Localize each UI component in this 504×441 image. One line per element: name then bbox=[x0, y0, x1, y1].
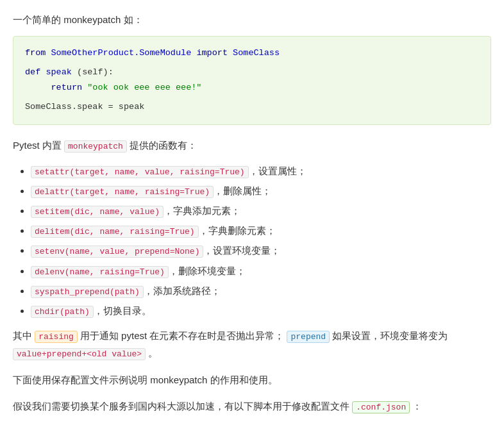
keyword-def: def bbox=[25, 67, 40, 77]
pytest-intro: Pytest 内置 monkeypatch 提供的函数有： bbox=[13, 137, 491, 154]
code-line-1: from SomeOtherProduct.SomeModule import … bbox=[25, 46, 479, 61]
raising-tag: raising bbox=[35, 331, 78, 343]
code-line-3: return "ook ook eee eee eee!" bbox=[25, 80, 479, 96]
list-item: setitem(dic, name, value)，字典添加元素； bbox=[31, 203, 491, 219]
function-name: speak bbox=[46, 67, 72, 77]
pytest-subtitle-text: 提供的函数有： bbox=[130, 140, 197, 151]
section-heading: 一个简单的 monkeypatch 如： bbox=[13, 12, 491, 28]
prepend-tag: prepend bbox=[287, 331, 330, 343]
module-name: SomeOtherProduct.SomeModule bbox=[51, 48, 192, 58]
list-item: setattr(target, name, value, raising=Tru… bbox=[31, 163, 491, 179]
list-item: syspath_prepend(path)，添加系统路径； bbox=[31, 283, 491, 299]
functions-list: setattr(target, name, value, raising=Tru… bbox=[31, 163, 491, 319]
list-item: delattr(target, name, raising=True)，删除属性… bbox=[31, 183, 491, 199]
raising-para: 其中 raising 用于通知 pytest 在元素不存在时是否抛出异常； pr… bbox=[13, 327, 491, 362]
list-item: delitem(dic, name, raising=True)，字典删除元素； bbox=[31, 222, 491, 239]
value-formula: value+prepend+<old value> bbox=[13, 348, 146, 360]
conf-json-tag: .conf.json bbox=[352, 401, 410, 413]
code-line-2: def speak (self): bbox=[25, 65, 479, 80]
keyword-return: return bbox=[51, 83, 83, 92]
scenario-desc: 假设我们需要切换某个服务到国内科大源以加速，有以下脚本用于修改配置文件 .con… bbox=[13, 397, 491, 415]
keyword-import: import bbox=[196, 48, 228, 58]
code-block: from SomeOtherProduct.SomeModule import … bbox=[13, 36, 491, 125]
example-intro: 下面使用保存配置文件示例说明 monkeypatch 的作用和使用。 bbox=[13, 371, 491, 388]
keyword-from: from bbox=[25, 48, 46, 58]
string-value: "ook ook eee eee eee!" bbox=[87, 83, 201, 92]
pytest-title-text: Pytest 内置 bbox=[13, 140, 62, 151]
monkeypatch-badge: monkeypatch bbox=[64, 140, 127, 153]
function-args: (self): bbox=[77, 67, 113, 77]
list-item: chdir(path)，切换目录。 bbox=[31, 303, 491, 319]
assignment-line: SomeClass.speak = speak bbox=[25, 102, 144, 112]
list-item: setenv(name, value, prepend=None)，设置环境变量… bbox=[31, 242, 491, 259]
class-name: SomeClass bbox=[233, 48, 280, 58]
list-item: delenv(name, raising=True)，删除环境变量； bbox=[31, 263, 491, 279]
code-line-4: SomeClass.speak = speak bbox=[25, 99, 479, 115]
